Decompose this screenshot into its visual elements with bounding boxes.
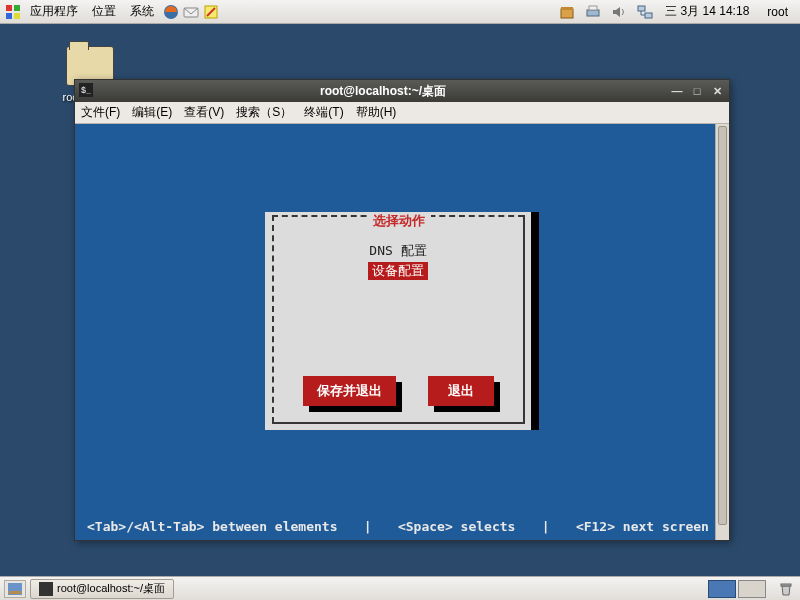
svg-rect-8	[561, 7, 573, 10]
bottom-panel: root@localhost:~/桌面	[0, 576, 800, 600]
menu-edit[interactable]: 编辑(E)	[132, 104, 172, 121]
desktop: root 的主文件夹 $_ root@localhost:~/桌面 — □ ✕ …	[0, 24, 800, 576]
minimize-button[interactable]: —	[669, 84, 685, 98]
top-panel: 应用程序 位置 系统 三 3月 14 14:18 root	[0, 0, 800, 24]
tui-footer-hint: <Tab>/<Alt-Tab> between elements | <Spac…	[87, 519, 709, 534]
workspace-1[interactable]	[708, 580, 736, 598]
menu-search[interactable]: 搜索（S）	[236, 104, 292, 121]
terminal-menubar: 文件(F) 编辑(E) 查看(V) 搜索（S） 终端(T) 帮助(H)	[75, 102, 729, 124]
option-device-selected[interactable]: 设备配置	[368, 262, 428, 280]
svg-rect-11	[638, 6, 645, 11]
hint-sep2: |	[542, 519, 550, 534]
dialog-options: DNS 配置 设备配置	[265, 242, 531, 280]
trash-icon[interactable]	[776, 580, 796, 598]
svg-rect-1	[14, 5, 20, 11]
hint-sep1: |	[364, 519, 372, 534]
user-menu[interactable]: root	[759, 5, 796, 19]
terminal-icon: $_	[79, 83, 95, 100]
task-label: root@localhost:~/桌面	[57, 581, 165, 596]
hint-tab: <Tab>/<Alt-Tab> between elements	[87, 519, 337, 534]
clock[interactable]: 三 3月 14 14:18	[657, 3, 757, 20]
hint-space: <Space> selects	[398, 519, 515, 534]
quit-button[interactable]: 退出	[428, 376, 494, 406]
package-update-icon[interactable]	[557, 3, 577, 21]
terminal-window: $_ root@localhost:~/桌面 — □ ✕ 文件(F) 编辑(E)…	[74, 79, 730, 541]
option-dns[interactable]: DNS 配置	[265, 242, 531, 260]
svg-rect-2	[6, 13, 12, 19]
svg-rect-17	[781, 584, 791, 586]
scrollbar-thumb[interactable]	[718, 126, 727, 525]
svg-rect-0	[6, 5, 12, 11]
dialog-buttons: 保存并退出 退出	[265, 376, 531, 406]
menu-applications[interactable]: 应用程序	[24, 3, 84, 20]
firefox-icon[interactable]	[162, 3, 180, 21]
system-tray	[557, 3, 655, 21]
workspace-2[interactable]	[738, 580, 766, 598]
hint-f12: <F12> next screen	[576, 519, 709, 534]
menu-help[interactable]: 帮助(H)	[356, 104, 397, 121]
close-button[interactable]: ✕	[709, 84, 725, 98]
printer-icon[interactable]	[583, 3, 603, 21]
svg-rect-7	[561, 9, 573, 18]
svg-text:$_: $_	[81, 85, 92, 95]
workspace-switcher	[708, 580, 766, 598]
svg-rect-12	[645, 13, 652, 18]
show-desktop-button[interactable]	[4, 580, 26, 598]
mail-icon[interactable]	[182, 3, 200, 21]
notes-icon[interactable]	[202, 3, 220, 21]
menu-view[interactable]: 查看(V)	[184, 104, 224, 121]
menu-system[interactable]: 系统	[124, 3, 160, 20]
taskbar-terminal-button[interactable]: root@localhost:~/桌面	[30, 579, 174, 599]
volume-icon[interactable]	[609, 3, 629, 21]
terminal-content[interactable]: 选择动作 DNS 配置 设备配置 保存并退出 退出	[75, 124, 729, 540]
svg-rect-3	[14, 13, 20, 19]
window-titlebar[interactable]: $_ root@localhost:~/桌面 — □ ✕	[75, 80, 729, 102]
svg-rect-9	[587, 10, 599, 16]
window-title: root@localhost:~/桌面	[101, 83, 665, 100]
system-menu-icon[interactable]	[4, 3, 22, 21]
svg-rect-10	[589, 6, 597, 10]
menu-file[interactable]: 文件(F)	[81, 104, 120, 121]
scrollbar[interactable]	[715, 124, 729, 540]
maximize-button[interactable]: □	[689, 84, 705, 98]
save-and-quit-button[interactable]: 保存并退出	[303, 376, 396, 406]
task-terminal-icon	[39, 582, 53, 596]
dialog-title: 选择动作	[367, 212, 431, 230]
network-icon[interactable]	[635, 3, 655, 21]
svg-rect-16	[9, 591, 21, 594]
menu-terminal[interactable]: 终端(T)	[304, 104, 343, 121]
menu-places[interactable]: 位置	[86, 3, 122, 20]
tui-dialog: 选择动作 DNS 配置 设备配置 保存并退出 退出	[265, 212, 531, 430]
